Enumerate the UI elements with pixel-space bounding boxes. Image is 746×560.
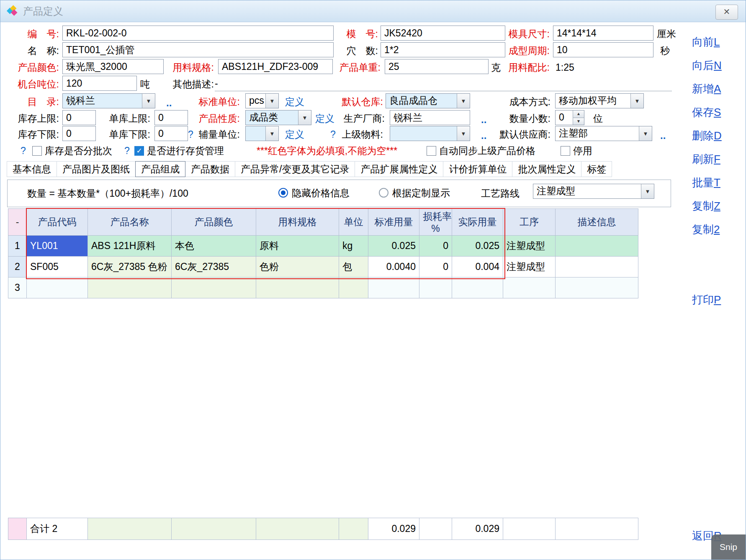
standard-unit-define-link[interactable]: 定义 bbox=[285, 94, 304, 109]
cell-code[interactable]: SF005 bbox=[27, 257, 88, 277]
unit-weight-input[interactable] bbox=[385, 59, 489, 74]
cell-spec[interactable]: 原料 bbox=[256, 236, 339, 257]
product-nature-dropdown-button[interactable]: ▼ bbox=[298, 110, 311, 125]
tab-product-data[interactable]: 产品数据 bbox=[185, 161, 235, 177]
next-button[interactable]: 向后N bbox=[692, 58, 722, 73]
manufacturer-more-button[interactable]: .. bbox=[481, 114, 486, 125]
store-upper-limit-input[interactable] bbox=[154, 110, 188, 125]
stock-upper-limit-input[interactable] bbox=[62, 110, 96, 125]
cell-desc[interactable] bbox=[556, 277, 638, 298]
default-supplier-dropdown-button[interactable]: ▼ bbox=[639, 126, 652, 141]
cell-name[interactable] bbox=[88, 277, 172, 298]
tab-composition[interactable]: 产品组成 bbox=[135, 161, 185, 177]
cell-process[interactable] bbox=[503, 277, 556, 298]
cell-spec[interactable]: 色粉 bbox=[256, 257, 339, 277]
standard-unit-dropdown-button[interactable]: ▼ bbox=[265, 94, 278, 108]
parent-material-dropdown-button[interactable]: ▼ bbox=[457, 126, 470, 141]
sync-parent-price-checkbox[interactable]: ✓ bbox=[427, 146, 436, 156]
cell-actual[interactable]: 0.004 bbox=[452, 257, 503, 277]
custom-display-radio[interactable] bbox=[379, 188, 388, 198]
cell-name[interactable]: 6C灰_27385 色粉 bbox=[88, 257, 172, 277]
mold-size-input[interactable] bbox=[553, 26, 653, 41]
default-warehouse-combo[interactable]: 良品成品仓 ▼ bbox=[386, 93, 470, 108]
cost-method-combo[interactable]: 移动加权平均 ▼ bbox=[555, 93, 644, 108]
cell-loss[interactable]: 0 bbox=[419, 236, 452, 257]
aux-unit-define-link[interactable]: 定义 bbox=[285, 127, 304, 142]
copy-button[interactable]: 复制Z bbox=[692, 199, 720, 213]
machine-tonnage-input[interactable] bbox=[62, 76, 137, 91]
cell-color[interactable]: 6C灰_27385 bbox=[172, 257, 256, 277]
other-desc-field[interactable]: - bbox=[215, 76, 672, 91]
process-route-combo[interactable]: 注塑成型 ▼ bbox=[533, 184, 654, 199]
manufacturer-input[interactable] bbox=[390, 110, 470, 125]
parent-material-combo[interactable]: ▼ bbox=[390, 126, 470, 141]
product-nature-combo[interactable]: 成品类 ▼ bbox=[245, 110, 311, 125]
cell-color[interactable] bbox=[172, 277, 256, 298]
tab-extended-attributes[interactable]: 产品扩展属性定义 bbox=[355, 161, 443, 177]
molding-cycle-input[interactable] bbox=[553, 42, 653, 57]
process-route-dropdown-button[interactable]: ▼ bbox=[641, 184, 654, 198]
save-button[interactable]: 保存S bbox=[692, 105, 721, 120]
print-button[interactable]: 打印P bbox=[692, 293, 721, 307]
row-number[interactable]: 3 bbox=[8, 277, 27, 298]
product-nature-define-link[interactable]: 定义 bbox=[315, 111, 334, 126]
catalog-dropdown-button[interactable]: ▼ bbox=[142, 94, 155, 108]
standard-unit-combo[interactable]: pcs ▼ bbox=[245, 93, 279, 108]
catalog-combo[interactable]: 锐科兰 ▼ bbox=[62, 93, 155, 108]
batch-button[interactable]: 批量T bbox=[692, 175, 720, 190]
aux-unit-help-icon[interactable]: ? bbox=[188, 128, 193, 140]
cell-unit[interactable]: kg bbox=[339, 236, 368, 257]
inventory-mgmt-checkbox[interactable]: ✓ bbox=[134, 146, 144, 156]
mold-number-input[interactable] bbox=[381, 26, 505, 41]
cell-unit[interactable]: 包 bbox=[339, 257, 368, 277]
aux-unit-dropdown-button[interactable]: ▼ bbox=[265, 126, 278, 141]
cell-code[interactable]: YL001 bbox=[27, 236, 88, 257]
hide-price-radio[interactable] bbox=[278, 188, 288, 198]
product-color-input[interactable] bbox=[62, 59, 164, 74]
cavity-count-input[interactable] bbox=[381, 42, 505, 57]
tab-pricing-unit[interactable]: 计价折算单位 bbox=[443, 161, 512, 177]
product-number-input[interactable] bbox=[62, 26, 334, 41]
row-number[interactable]: 2 bbox=[8, 257, 27, 277]
copy2-button[interactable]: 复制2 bbox=[692, 222, 720, 237]
close-button[interactable]: ✕ bbox=[715, 5, 738, 20]
cell-spec[interactable] bbox=[256, 277, 339, 298]
cell-desc[interactable] bbox=[556, 236, 638, 257]
default-warehouse-dropdown-button[interactable]: ▼ bbox=[457, 94, 470, 108]
stock-batch-checkbox[interactable]: ✓ bbox=[32, 146, 42, 156]
tab-labels[interactable]: 标签 bbox=[581, 161, 612, 177]
delete-button[interactable]: 删除D bbox=[692, 128, 722, 143]
cost-method-dropdown-button[interactable]: ▼ bbox=[630, 94, 643, 108]
default-supplier-combo[interactable]: 注塑部 ▼ bbox=[555, 126, 652, 141]
spin-down-icon[interactable]: ▼ bbox=[573, 118, 584, 125]
catalog-more-button[interactable]: .. bbox=[166, 98, 172, 108]
cell-std[interactable] bbox=[368, 277, 419, 298]
spin-up-icon[interactable]: ▲ bbox=[573, 110, 584, 118]
store-lower-limit-input[interactable] bbox=[154, 126, 188, 141]
inventory-help-icon[interactable]: ? bbox=[124, 145, 130, 157]
tab-batch-attributes[interactable]: 批次属性定义 bbox=[512, 161, 581, 177]
batch-help-icon[interactable]: ? bbox=[21, 145, 26, 157]
cell-process[interactable]: 注塑成型 bbox=[503, 236, 556, 257]
tab-basic-info[interactable]: 基本信息 bbox=[7, 161, 57, 177]
cell-code[interactable] bbox=[27, 277, 88, 298]
cell-process[interactable]: 注塑成型 bbox=[503, 257, 556, 277]
cell-std[interactable]: 0.025 bbox=[368, 236, 419, 257]
cell-std[interactable]: 0.0040 bbox=[368, 257, 419, 277]
prev-button[interactable]: 向前L bbox=[692, 35, 720, 49]
product-name-input[interactable] bbox=[62, 42, 334, 57]
parent-material-help-icon[interactable]: ? bbox=[330, 128, 336, 140]
cell-unit[interactable] bbox=[339, 277, 368, 298]
qty-decimals-spinner[interactable]: 0 ▲ ▼ bbox=[555, 110, 584, 125]
aux-unit-combo[interactable]: ▼ bbox=[245, 126, 279, 141]
tab-exceptions-changes[interactable]: 产品异常/变更及其它记录 bbox=[235, 161, 355, 177]
cell-color[interactable]: 本色 bbox=[172, 236, 256, 257]
parent-material-more-button[interactable]: .. bbox=[481, 130, 486, 141]
disable-checkbox[interactable]: ✓ bbox=[561, 146, 570, 156]
stock-lower-limit-input[interactable] bbox=[62, 126, 96, 141]
cell-actual[interactable] bbox=[452, 277, 503, 298]
tab-images-drawings[interactable]: 产品图片及图纸 bbox=[57, 161, 136, 177]
add-button[interactable]: 新增A bbox=[692, 82, 721, 96]
material-spec-input[interactable] bbox=[218, 59, 333, 74]
cell-name[interactable]: ABS 121H原料 bbox=[88, 236, 172, 257]
